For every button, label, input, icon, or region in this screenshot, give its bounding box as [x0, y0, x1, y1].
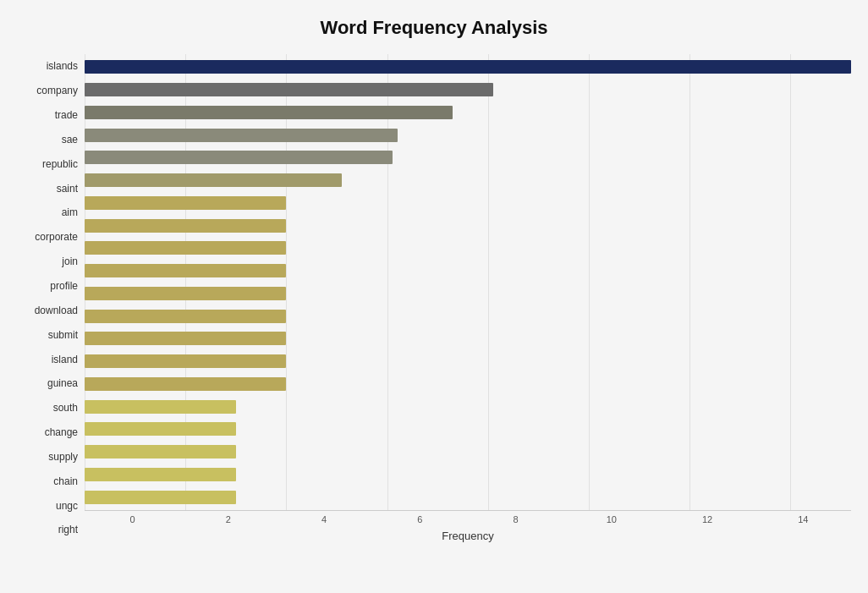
- bar: [85, 287, 286, 300]
- y-labels: islandscompanytradesaerepublicsaintaimco…: [17, 54, 85, 542]
- x-tick: 2: [180, 514, 276, 524]
- bar-row: [85, 214, 851, 237]
- y-label: profile: [50, 281, 78, 291]
- bar: [85, 196, 286, 210]
- y-label: guinea: [47, 378, 78, 388]
- bar-row: [85, 305, 851, 327]
- y-label: supply: [48, 452, 78, 462]
- bar: [85, 310, 286, 323]
- bar: [85, 60, 851, 74]
- bar-row: [85, 56, 851, 79]
- bar: [85, 106, 453, 119]
- x-tick: 8: [468, 514, 563, 524]
- bar-row: [85, 395, 851, 418]
- bar-row: [85, 327, 851, 350]
- x-axis-label: Frequency: [85, 530, 851, 542]
- x-tick: 0: [85, 514, 180, 524]
- y-label: join: [62, 256, 78, 266]
- bar-row: [85, 169, 851, 192]
- bar-row: [85, 102, 851, 124]
- y-label: aim: [62, 207, 78, 217]
- bar-row: [85, 350, 851, 373]
- bar-row: [85, 260, 851, 283]
- bar: [85, 422, 236, 436]
- bars-wrapper: [85, 54, 851, 510]
- bar: [85, 173, 342, 187]
- bar: [85, 377, 286, 391]
- bar: [85, 219, 286, 233]
- bar: [85, 491, 236, 504]
- bar: [85, 151, 393, 164]
- bar: [85, 468, 236, 481]
- y-label: change: [45, 427, 78, 437]
- y-label: corporate: [35, 232, 78, 242]
- chart-title: Word Frequency Analysis: [321, 17, 548, 39]
- y-label: download: [35, 305, 78, 316]
- y-label: islands: [47, 61, 78, 71]
- x-tick: 14: [755, 514, 851, 524]
- bar-row: [85, 192, 851, 215]
- bar-row: [85, 418, 851, 441]
- y-label: south: [53, 403, 78, 413]
- bar-row: [85, 124, 851, 146]
- chart-container: Word Frequency Analysis islandscompanytr…: [0, 0, 868, 593]
- y-label: submit: [48, 330, 78, 340]
- y-label: sae: [62, 135, 78, 145]
- y-label: trade: [55, 110, 78, 120]
- bar-row: [85, 441, 851, 464]
- y-label: company: [36, 85, 78, 96]
- bar: [85, 241, 286, 255]
- bar: [85, 354, 286, 368]
- y-label: saint: [57, 184, 78, 194]
- y-label: ungc: [56, 501, 78, 511]
- bars-and-grid: 02468101214 Frequency: [85, 54, 851, 542]
- bar: [85, 129, 398, 142]
- bar: [85, 332, 286, 345]
- x-tick: 10: [563, 514, 659, 524]
- x-tick: 6: [372, 514, 468, 524]
- grid-and-bars: [85, 54, 851, 510]
- bar-row: [85, 146, 851, 169]
- chart-area: islandscompanytradesaerepublicsaintaimco…: [17, 54, 851, 542]
- bar-row: [85, 237, 851, 260]
- y-label: right: [58, 524, 78, 535]
- bar-row: [85, 79, 851, 102]
- x-tick: 12: [660, 514, 755, 524]
- y-label: island: [52, 354, 78, 365]
- y-label: chain: [53, 476, 78, 486]
- bar: [85, 264, 286, 277]
- bar: [85, 83, 493, 96]
- bar-row: [85, 373, 851, 396]
- bar-row: [85, 464, 851, 486]
- y-label: republic: [42, 159, 78, 169]
- x-tick: 4: [277, 514, 372, 524]
- bar-row: [85, 283, 851, 305]
- x-axis: 02468101214: [85, 510, 851, 524]
- bar: [85, 445, 236, 458]
- bar-row: [85, 486, 851, 508]
- bar: [85, 400, 236, 414]
